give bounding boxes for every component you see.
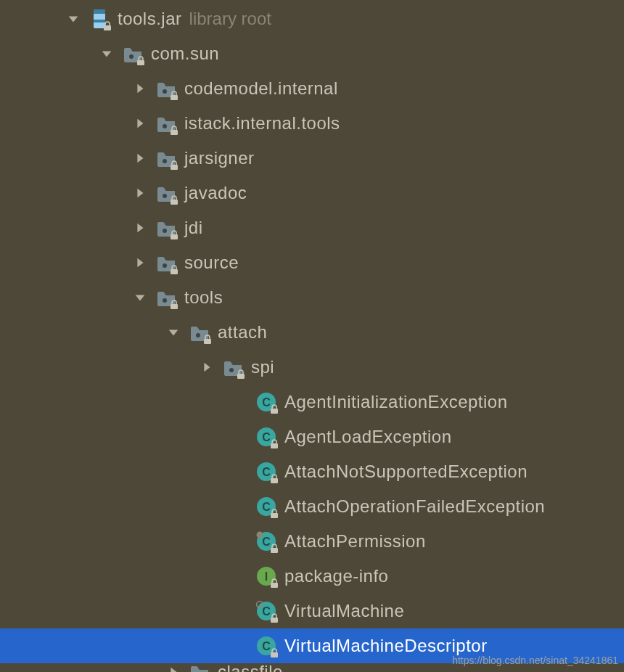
chevron-right-icon[interactable] <box>132 115 148 131</box>
package-icon <box>155 182 177 204</box>
tree-node[interactable]: C VirtualMachine <box>0 594 624 628</box>
tree-node[interactable]: spi <box>0 350 624 385</box>
tree-node[interactable]: codemodel.internal <box>0 71 624 106</box>
tree-node-label: classfile <box>218 663 283 672</box>
tree-node-label: VirtualMachineDescriptor <box>284 636 488 656</box>
package-icon <box>189 321 210 343</box>
package-icon <box>155 252 177 274</box>
tree-node-label: jarsigner <box>184 148 255 168</box>
tree-node-label: AttachPermission <box>284 531 426 552</box>
package-icon <box>222 356 244 378</box>
svg-rect-19 <box>171 200 178 205</box>
tree-node[interactable]: tools.jarlibrary root <box>0 1 624 36</box>
svg-point-18 <box>163 194 167 198</box>
class-icon: C <box>255 461 277 483</box>
svg-rect-13 <box>171 130 178 135</box>
tree-node-label: tools.jar <box>118 9 182 29</box>
tree-node-label: jdi <box>184 218 203 238</box>
tree-node[interactable]: C AgentLoadException <box>0 419 624 454</box>
class-icon: C <box>255 635 277 657</box>
svg-rect-53 <box>271 583 278 588</box>
tree-node[interactable]: C AttachPermission <box>0 524 624 559</box>
tree-node-label: source <box>184 253 239 273</box>
svg-rect-10 <box>171 95 178 100</box>
svg-point-24 <box>163 263 167 268</box>
chevron-right-icon[interactable] <box>199 359 215 375</box>
svg-rect-28 <box>171 304 178 309</box>
svg-rect-46 <box>271 513 278 518</box>
tree-node-label: spi <box>251 357 274 377</box>
tree-node-label: com.sun <box>151 44 219 64</box>
svg-point-21 <box>163 229 167 233</box>
svg-marker-29 <box>169 329 178 335</box>
svg-point-6 <box>129 54 134 59</box>
package-icon <box>155 112 177 134</box>
tree-node-label: package-info <box>284 566 388 586</box>
chevron-right-icon[interactable] <box>132 81 148 97</box>
tree-node[interactable]: istack.internal.tools <box>0 106 624 141</box>
svg-marker-61 <box>171 668 176 672</box>
svg-rect-31 <box>204 339 211 344</box>
svg-marker-0 <box>69 16 78 22</box>
chevron-down-icon[interactable] <box>65 11 81 27</box>
svg-marker-26 <box>136 295 145 300</box>
tree-node[interactable]: C AgentInitializationException <box>0 385 624 419</box>
tree-node[interactable]: source <box>0 245 624 280</box>
svg-marker-8 <box>137 84 143 94</box>
tree-node[interactable]: javadoc <box>0 176 624 210</box>
jar-icon <box>89 8 110 30</box>
svg-rect-7 <box>137 60 144 65</box>
tree-node[interactable]: jdi <box>0 210 624 245</box>
svg-point-30 <box>196 333 200 337</box>
svg-marker-11 <box>137 119 143 128</box>
package-icon <box>155 217 177 239</box>
tree-node-label: javadoc <box>184 183 247 203</box>
svg-marker-5 <box>102 51 112 57</box>
tree-node-label: attach <box>218 322 267 343</box>
svg-rect-40 <box>271 443 278 448</box>
tree-node-label: istack.internal.tools <box>184 113 340 134</box>
tree-node-label: VirtualMachine <box>284 601 404 621</box>
tree-node-label: AttachNotSupportedException <box>284 462 527 482</box>
svg-rect-25 <box>171 269 178 274</box>
class-abstract-icon: C <box>255 600 277 622</box>
tree-node-label: AgentInitializationException <box>284 392 508 412</box>
svg-rect-57 <box>271 618 278 623</box>
chevron-right-icon[interactable] <box>165 664 181 672</box>
svg-rect-2 <box>94 9 105 14</box>
svg-rect-16 <box>171 165 178 170</box>
tree-node-label: tools <box>184 287 223 308</box>
class-icon: C <box>255 426 277 448</box>
tree-node[interactable]: attach <box>0 315 624 350</box>
tree-node[interactable]: C AttachNotSupportedException <box>0 454 624 489</box>
chevron-right-icon[interactable] <box>132 220 148 236</box>
chevron-right-icon[interactable] <box>132 185 148 201</box>
package-icon <box>122 43 144 65</box>
svg-point-9 <box>163 89 167 94</box>
tree-node[interactable]: com.sun <box>0 36 624 71</box>
svg-point-12 <box>163 124 167 128</box>
interface-icon: I <box>255 565 277 587</box>
class-icon: C <box>255 496 277 517</box>
project-tree[interactable]: tools.jarlibrary root com.sun codemodel.… <box>0 0 624 672</box>
tree-node[interactable]: I package-info <box>0 559 624 594</box>
tree-node[interactable]: jarsigner <box>0 141 624 176</box>
tree-node[interactable]: C AttachOperationFailedException <box>0 489 624 524</box>
tree-node-label: AttachOperationFailedException <box>284 496 545 517</box>
chevron-right-icon[interactable] <box>132 150 148 166</box>
class-final-icon: C <box>255 530 277 552</box>
svg-marker-20 <box>137 224 143 233</box>
svg-marker-32 <box>204 363 210 372</box>
tree-node[interactable]: tools <box>0 280 624 315</box>
chevron-right-icon[interactable] <box>132 255 148 271</box>
svg-marker-14 <box>137 154 143 163</box>
package-icon <box>189 663 210 672</box>
chevron-down-icon[interactable] <box>99 46 115 62</box>
svg-point-33 <box>229 368 234 372</box>
svg-rect-37 <box>271 409 278 414</box>
chevron-down-icon[interactable] <box>165 324 181 340</box>
chevron-down-icon[interactable] <box>132 290 148 306</box>
package-icon <box>155 78 177 99</box>
tree-node-label: codemodel.internal <box>184 78 338 99</box>
svg-rect-4 <box>104 25 111 30</box>
